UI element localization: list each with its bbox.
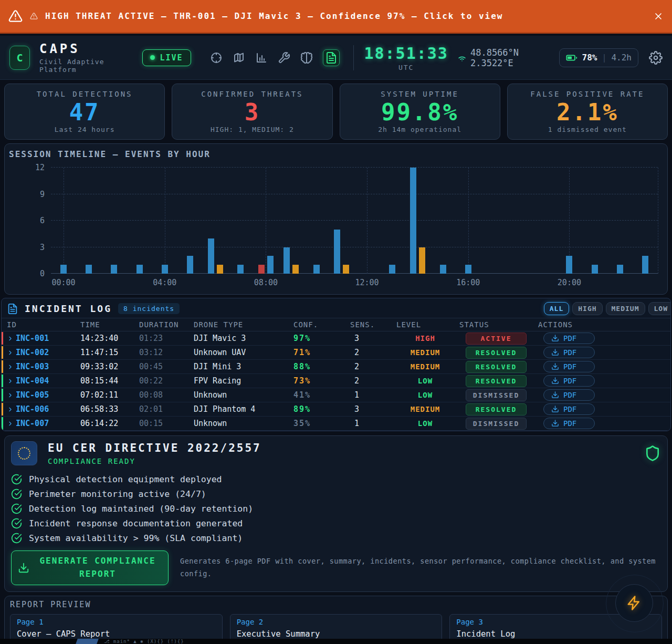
download-icon — [551, 377, 559, 385]
threat-alert-banner[interactable]: HIGH THREAT ACTIVE — THR-001 — DJI Mavic… — [0, 0, 672, 34]
column-header: ACTIONS — [533, 320, 670, 329]
pdf-download-button[interactable]: PDF — [543, 403, 595, 415]
wrench-icon[interactable] — [278, 51, 290, 64]
threat-level: MEDIUM — [391, 362, 454, 371]
x-axis-tick: 12:00 — [355, 278, 379, 287]
file-text-icon[interactable] — [323, 49, 340, 66]
app-subtitle: Civil Adaptive Platform — [39, 58, 129, 74]
eu-flag-icon — [11, 441, 37, 465]
stats-row: TOTAL DETECTIONS47Last 24 hoursCONFIRMED… — [4, 84, 668, 140]
download-icon — [551, 419, 559, 427]
page-name: Cover — CAPS Report — [17, 629, 216, 639]
table-row[interactable]: INC-00408:15:4400:22FPV Racing73%2LOWRES… — [2, 374, 670, 388]
pdf-download-button[interactable]: PDF — [543, 333, 595, 344]
filter-high[interactable]: HIGH — [572, 302, 602, 315]
drone-type: Unknown UAV — [188, 348, 288, 357]
bar-detections — [187, 256, 193, 274]
chevron-right-icon[interactable] — [7, 349, 14, 356]
incident-time: 06:58:33 — [75, 404, 134, 414]
download-icon — [551, 362, 559, 370]
table-row[interactable]: INC-00606:58:3302:01DJI Phantom 489%3MED… — [2, 402, 670, 417]
chart-title: SESSION TIMELINE — EVENTS BY HOUR — [5, 149, 665, 159]
chevron-right-icon[interactable] — [7, 406, 14, 413]
checklist-item: System availability > 99% (SLA compliant… — [11, 531, 661, 545]
bar-chart-icon[interactable] — [255, 51, 268, 64]
status-badge-cell: RESOLVED — [454, 361, 533, 373]
sensor-count: 3 — [345, 404, 391, 414]
generate-compliance-report-button[interactable]: GENERATE COMPLIANCE REPORT — [11, 550, 169, 585]
pdf-download-button[interactable]: PDF — [543, 361, 595, 372]
chevron-right-icon[interactable] — [7, 378, 14, 385]
actions-cell: PDF — [533, 375, 670, 387]
bar-medium-threats — [343, 265, 349, 274]
stat-card: FALSE POSITIVE RATE2.1%1 dismissed event — [507, 84, 668, 140]
stat-sub: HIGH: 1, MEDIUM: 2 — [175, 126, 329, 133]
bar-detections — [284, 247, 290, 274]
filter-low[interactable]: LOW — [648, 302, 671, 315]
actions-cell: PDF — [533, 389, 670, 401]
app-header: C CAPS Civil Adaptive Platform LIVE 18:5… — [0, 36, 672, 80]
close-icon[interactable] — [653, 11, 664, 22]
bar-detections — [440, 265, 446, 274]
status-badge-cell: DISMISSED — [454, 418, 533, 430]
confidence-value: 41% — [288, 390, 345, 400]
stat-value: 3 — [175, 100, 329, 124]
incident-log-panel: INCIDENT LOG 8 incidents ALLHIGHMEDIUMLO… — [1, 298, 671, 431]
chevron-right-icon[interactable] — [7, 335, 14, 342]
incident-duration: 01:23 — [134, 334, 188, 343]
bar-detections — [237, 265, 244, 274]
bar-detections — [60, 265, 67, 274]
events-by-hour-chart: 03691200:0004:0008:0012:0016:0020:00 — [51, 168, 658, 274]
chevron-right-icon[interactable] — [7, 420, 14, 427]
pdf-download-button[interactable]: PDF — [543, 347, 595, 358]
chevron-right-icon[interactable] — [7, 363, 14, 370]
brain-icon[interactable] — [300, 51, 313, 64]
checklist-item: Physical detection equipment deployed — [11, 472, 661, 486]
shield-icon — [644, 445, 661, 462]
column-header: ID — [2, 320, 75, 329]
pdf-download-button[interactable]: PDF — [543, 418, 595, 429]
filter-all[interactable]: ALL — [544, 302, 569, 315]
incident-duration: 03:12 — [134, 348, 188, 357]
filter-medium[interactable]: MEDIUM — [606, 302, 645, 315]
incident-time: 09:33:02 — [75, 362, 134, 371]
checklist-text: Incident response documentation generate… — [29, 518, 243, 528]
bar-detections — [267, 256, 274, 274]
threat-level: HIGH — [391, 334, 454, 342]
check-circle-icon — [11, 474, 22, 485]
git-branch-status: ⎇ main* ▲ ✱ (X){} (!){} — [104, 639, 184, 644]
checklist-item: Perimeter monitoring active (24/7) — [11, 486, 661, 501]
threat-level: LOW — [391, 419, 454, 428]
incident-id: INC-002 — [2, 348, 75, 357]
crosshair-icon[interactable] — [210, 51, 223, 64]
quick-action-button[interactable] — [615, 584, 653, 622]
sensor-count: 2 — [345, 348, 391, 357]
page-number: Page 1 — [17, 618, 216, 626]
incident-id: INC-006 — [2, 404, 75, 414]
incident-duration: 00:08 — [134, 390, 188, 400]
table-row[interactable]: INC-00114:23:4001:23DJI Mavic 397%3HIGHA… — [2, 331, 670, 346]
table-row[interactable]: INC-00706:14:2200:15Unknown35%1LOWDISMIS… — [2, 417, 670, 431]
actions-cell: PDF — [533, 418, 670, 430]
table-row[interactable]: INC-00309:33:0200:45DJI Mini 388%2MEDIUM… — [2, 360, 670, 374]
x-axis-tick: 08:00 — [254, 278, 278, 287]
pdf-download-button[interactable]: PDF — [543, 389, 595, 401]
stat-value: 47 — [8, 100, 161, 124]
bar-high-threats — [258, 265, 265, 274]
bar-detections — [162, 265, 168, 274]
x-axis-tick: 16:00 — [456, 278, 480, 287]
confidence-value: 97% — [288, 334, 345, 343]
actions-cell: PDF — [533, 361, 670, 373]
download-icon — [551, 334, 559, 342]
gear-icon[interactable] — [649, 51, 663, 65]
threat-level: LOW — [391, 391, 454, 399]
map-icon[interactable] — [233, 51, 245, 64]
column-header: LEVEL — [391, 320, 454, 329]
pdf-download-button[interactable]: PDF — [543, 375, 595, 387]
chevron-right-icon[interactable] — [7, 392, 14, 399]
table-row[interactable]: INC-00507:02:1100:08Unknown41%1LOWDISMIS… — [2, 388, 670, 402]
download-icon — [551, 348, 559, 356]
compliance-title: EU CER DIRECTIVE 2022/2557 — [48, 442, 261, 454]
table-row[interactable]: INC-00211:47:1503:12Unknown UAV71%2MEDIU… — [2, 346, 670, 360]
stat-sub: 1 dismissed event — [511, 126, 664, 133]
